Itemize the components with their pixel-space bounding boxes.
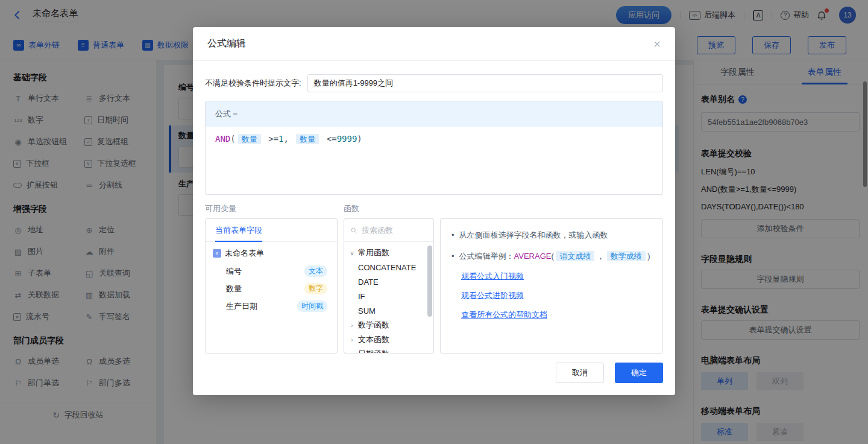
modal-footer: 取消 确定	[556, 363, 663, 383]
function-group[interactable]: ›日期函数	[344, 347, 433, 354]
tree-root[interactable]: ≡ 未命名表单	[213, 248, 330, 259]
function-group-label: 文本函数	[358, 334, 389, 345]
formula-token: 数量	[238, 134, 261, 144]
variables-label: 可用变量	[205, 203, 338, 214]
function-group-label: 日期函数	[358, 349, 389, 354]
help-tip-row: •从左侧面板选择字段名和函数，或输入函数	[451, 229, 652, 242]
tip-label: 不满足校验条件时提示文字:	[205, 78, 301, 89]
example-field: 数学成绩	[607, 251, 646, 261]
formula-token: ,	[283, 134, 294, 144]
example-function: AVERAGE	[514, 252, 552, 261]
function-group[interactable]: ∨常用函数	[344, 246, 433, 260]
function-item[interactable]: IF	[344, 289, 433, 303]
help-link[interactable]: 查看所有公式的帮助文档	[461, 309, 652, 320]
help-link[interactable]: 观看公式入门视频	[461, 271, 652, 282]
modal-header: 公式编辑 ×	[193, 27, 675, 61]
help-example-row: •公式编辑举例：AVERAGE( 语文成绩 ， 数学成绩 )	[451, 250, 652, 263]
variable-rows: 编号文本数量数字生产日期时间戳	[213, 262, 330, 315]
variables-tree: ≡ 未命名表单 编号文本数量数字生产日期时间戳	[206, 242, 337, 321]
tree-root-label: 未命名表单	[225, 248, 264, 259]
function-search	[344, 219, 433, 242]
example-field: 语文成绩	[556, 251, 594, 261]
function-group-label: 常用函数	[358, 247, 389, 258]
chevron-right-icon: ›	[349, 337, 355, 343]
help-column: •从左侧面板选择字段名和函数，或输入函数 •公式编辑举例：AVERAGE( 语文…	[440, 203, 663, 354]
formula-token: >=	[263, 134, 278, 144]
help-link[interactable]: 观看公式进阶视频	[461, 290, 652, 301]
variable-row[interactable]: 数量数字	[213, 280, 330, 297]
formula-editor-modal: 公式编辑 × 不满足校验条件时提示文字: 公式 = AND(数量 >=1, 数量…	[193, 27, 675, 395]
bullet-icon: •	[451, 252, 454, 261]
variables-tab-row: 当前表单字段	[206, 219, 337, 242]
type-badge: 时间戳	[297, 300, 327, 312]
tip-message-input[interactable]	[307, 74, 663, 92]
tip-row: 不满足校验条件时提示文字:	[205, 74, 663, 92]
bullet-icon: •	[451, 230, 454, 239]
variable-row[interactable]: 编号文本	[213, 262, 330, 280]
paren: )	[646, 252, 650, 261]
app-root: 未命名表单 应用访问 ‹/› 后端脚本 A ? 帮助 13	[0, 0, 868, 444]
formula-token: 数量	[296, 134, 319, 144]
function-group[interactable]: ›数学函数	[344, 318, 433, 332]
modal-columns: 可用变量 当前表单字段 ≡ 未命名表单 编号文本数量数字生产日期时间戳	[205, 203, 663, 354]
function-group-label: 数学函数	[358, 320, 389, 331]
variable-name: 编号	[226, 266, 242, 277]
form-doc-icon: ≡	[213, 249, 221, 258]
variables-column: 可用变量 当前表单字段 ≡ 未命名表单 编号文本数量数字生产日期时间戳	[205, 203, 338, 354]
function-list: ∨常用函数CONCATENATEDATEIFSUM›数学函数›文本函数›日期函数	[344, 242, 433, 354]
confirm-button[interactable]: 确定	[615, 363, 663, 383]
formula-token: )	[357, 134, 362, 144]
variable-row[interactable]: 生产日期时间戳	[213, 297, 330, 315]
search-icon	[350, 226, 357, 235]
help-example: 公式编辑举例：AVERAGE( 语文成绩 ， 数学成绩 )	[459, 251, 650, 261]
functions-label: 函数	[344, 203, 434, 214]
chevron-down-icon: ∨	[349, 250, 355, 256]
close-icon[interactable]: ×	[653, 38, 661, 50]
formula-token: <=	[321, 134, 336, 144]
function-item[interactable]: DATE	[344, 274, 433, 289]
cancel-button[interactable]: 取消	[556, 363, 604, 383]
scrollbar-thumb[interactable]	[427, 246, 432, 317]
formula-editor: 公式 = AND(数量 >=1, 数量 <=9999)	[205, 101, 663, 195]
function-item[interactable]: CONCATENATE	[344, 260, 433, 274]
functions-column: 函数 ∨常用函数CONCATENATEDATEIFSUM›数学函数›文本函数›日…	[344, 203, 434, 354]
formula-expression[interactable]: AND(数量 >=1, 数量 <=9999)	[206, 127, 662, 194]
help-tip: 从左侧面板选择字段名和函数，或输入函数	[459, 230, 608, 239]
chevron-right-icon: ›	[349, 322, 355, 329]
type-badge: 数字	[304, 283, 327, 294]
help-links: 观看公式入门视频观看公式进阶视频查看所有公式的帮助文档	[451, 271, 652, 320]
variables-panel: 当前表单字段 ≡ 未命名表单 编号文本数量数字生产日期时间戳	[205, 218, 338, 354]
formula-header: 公式 =	[206, 101, 662, 127]
variable-name: 数量	[226, 284, 242, 294]
formula-token: 9999	[337, 134, 357, 144]
formula-token: (	[230, 134, 235, 144]
help-label-spacer	[440, 203, 663, 214]
type-badge: 文本	[304, 265, 327, 277]
separator: ，	[594, 252, 606, 261]
variable-name: 生产日期	[226, 301, 257, 312]
example-prefix: 公式编辑举例：	[459, 252, 514, 261]
function-item[interactable]: SUM	[344, 303, 433, 318]
modal-title: 公式编辑	[207, 37, 246, 50]
functions-panel: ∨常用函数CONCATENATEDATEIFSUM›数学函数›文本函数›日期函数	[344, 218, 434, 354]
tab-current-form-fields[interactable]: 当前表单字段	[215, 219, 262, 241]
chevron-right-icon: ›	[349, 351, 355, 354]
formula-token: AND	[215, 134, 230, 144]
modal-body: 不满足校验条件时提示文字: 公式 = AND(数量 >=1, 数量 <=9999…	[193, 61, 675, 354]
function-search-input[interactable]	[362, 226, 427, 235]
function-group[interactable]: ›文本函数	[344, 332, 433, 347]
help-panel: •从左侧面板选择字段名和函数，或输入函数 •公式编辑举例：AVERAGE( 语文…	[440, 218, 663, 354]
